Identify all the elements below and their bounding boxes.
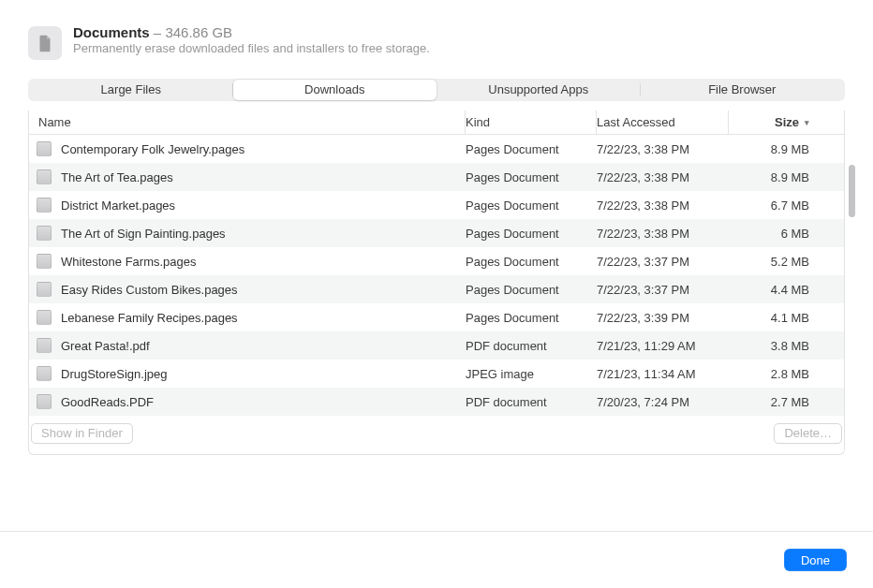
file-icon [37,141,52,156]
file-size: 6.7 MB [729,198,828,213]
file-name: GoodReads.PDF [61,395,154,409]
file-last-accessed: 7/22/23, 3:38 PM [597,142,729,156]
file-name: The Art of Sign Painting.pages [61,227,226,241]
file-icon [37,226,52,241]
file-name: District Market.pages [61,198,175,213]
file-name: Whitestone Farms.pages [61,255,197,269]
file-last-accessed: 7/22/23, 3:37 PM [597,255,729,269]
table-body[interactable]: Contemporary Folk Jewelry.pagesPages Doc… [29,135,844,416]
file-kind: Pages Document [466,198,597,213]
file-icon [37,394,52,409]
file-last-accessed: 7/22/23, 3:38 PM [597,227,729,241]
file-icon [37,198,52,213]
file-name: Easy Rides Custom Bikes.pages [61,283,238,297]
file-kind: Pages Document [466,283,597,297]
file-name: Great Pasta!.pdf [61,339,150,353]
file-kind: Pages Document [466,142,597,156]
file-icon [37,254,52,269]
table-row[interactable]: GoodReads.PDFPDF document7/20/23, 7:24 P… [29,388,844,416]
file-kind: PDF document [466,339,597,353]
file-name: DrugStoreSign.jpeg [61,367,167,381]
file-size: 8.9 MB [729,142,828,156]
show-in-finder-button[interactable]: Show in Finder [31,423,133,444]
file-size: 4.1 MB [729,311,828,325]
file-size: 6 MB [729,227,828,241]
file-name: Contemporary Folk Jewelry.pages [61,142,244,156]
delete-button[interactable]: Delete… [774,423,842,444]
file-last-accessed: 7/22/23, 3:38 PM [597,170,729,184]
file-last-accessed: 7/21/23, 11:29 AM [597,339,729,353]
table-row[interactable]: Easy Rides Custom Bikes.pagesPages Docum… [29,275,844,303]
header-texts: Documents – 346.86 GB Permanently erase … [73,24,430,55]
table-row[interactable]: Whitestone Farms.pagesPages Document7/22… [29,247,844,275]
file-icon [37,366,52,381]
tab-large-files[interactable]: Large Files [29,80,233,100]
file-size: 3.8 MB [729,339,828,353]
table-header: Name Kind Last Accessed Size ▾ [29,110,844,135]
header-subtitle: Permanently erase downloaded files and i… [73,41,430,55]
tab-unsupported-apps[interactable]: Unsupported Apps [436,80,641,100]
file-kind: Pages Document [466,227,597,241]
file-name: Lebanese Family Recipes.pages [61,311,238,325]
file-size: 5.2 MB [729,255,828,269]
table-footer: Show in Finder Delete… [29,416,844,444]
column-header-name[interactable]: Name [29,110,466,134]
table-row[interactable]: Lebanese Family Recipes.pagesPages Docum… [29,303,844,331]
file-icon [37,310,52,325]
file-size: 8.9 MB [729,170,828,184]
documents-category-icon [28,26,62,60]
file-kind: Pages Document [466,311,597,325]
file-last-accessed: 7/22/23, 3:37 PM [597,283,729,297]
column-header-last-accessed[interactable]: Last Accessed [597,110,729,134]
file-last-accessed: 7/20/23, 7:24 PM [597,395,729,409]
table-row[interactable]: DrugStoreSign.jpegJPEG image7/21/23, 11:… [29,360,844,388]
file-kind: PDF document [466,395,597,409]
file-icon [37,282,52,297]
column-header-kind[interactable]: Kind [466,110,597,134]
file-icon [37,338,52,353]
file-last-accessed: 7/22/23, 3:39 PM [597,311,729,325]
table-row[interactable]: Contemporary Folk Jewelry.pagesPages Doc… [29,135,844,163]
file-size: 2.7 MB [729,395,828,409]
chevron-down-icon: ▾ [805,118,809,127]
tab-bar: Large Files Downloads Unsupported Apps F… [28,79,845,101]
file-last-accessed: 7/21/23, 11:34 AM [597,367,729,381]
file-kind: Pages Document [466,170,597,184]
file-last-accessed: 7/22/23, 3:38 PM [597,198,729,213]
file-table: Name Kind Last Accessed Size ▾ Contempor… [28,110,845,455]
file-size: 4.4 MB [729,283,828,297]
column-header-size[interactable]: Size ▾ [729,110,828,134]
bottom-bar: Done [0,532,873,588]
header-title: Documents [73,24,150,40]
file-kind: Pages Document [466,255,597,269]
tab-downloads[interactable]: Downloads [233,80,437,100]
file-kind: JPEG image [466,367,597,381]
scrollbar-thumb[interactable] [849,165,855,217]
file-size: 2.8 MB [729,367,828,381]
file-icon [37,169,52,184]
table-row[interactable]: District Market.pagesPages Document7/22/… [29,191,844,219]
header: Documents – 346.86 GB Permanently erase … [28,24,845,60]
header-title-line: Documents – 346.86 GB [73,24,430,40]
table-row[interactable]: The Art of Sign Painting.pagesPages Docu… [29,219,844,247]
done-button[interactable]: Done [784,549,847,571]
header-size: – 346.86 GB [154,24,232,40]
tab-file-browser[interactable]: File Browser [641,80,845,100]
table-row[interactable]: The Art of Tea.pagesPages Document7/22/2… [29,163,844,191]
table-row[interactable]: Great Pasta!.pdfPDF document7/21/23, 11:… [29,331,844,360]
storage-documents-window: Documents – 346.86 GB Permanently erase … [0,0,873,588]
file-name: The Art of Tea.pages [61,170,173,184]
